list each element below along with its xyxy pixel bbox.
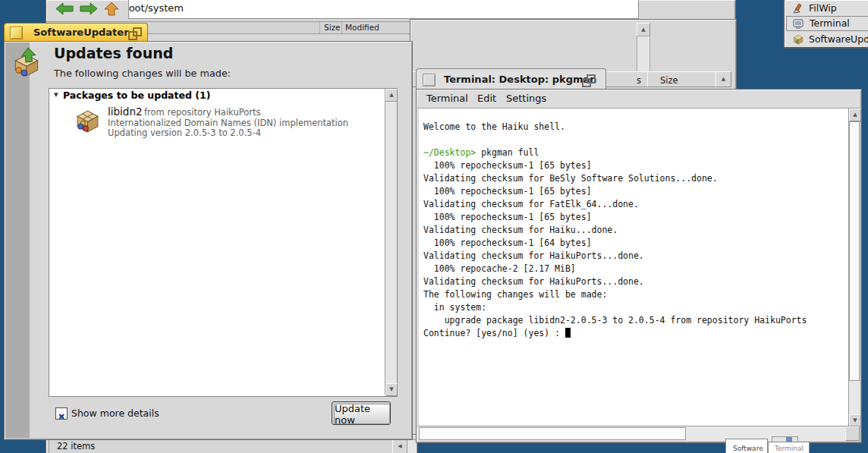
softwareupdater-tab[interactable]: SoftwareUpdater bbox=[4, 23, 148, 42]
mini-window-label: Software bbox=[733, 445, 763, 452]
scroll-left-button[interactable]: ◀ bbox=[392, 439, 407, 453]
column-size[interactable]: Size bbox=[647, 71, 716, 87]
shell-prompt: ~/Desktop> bbox=[423, 147, 476, 158]
softwareupdater-window: Updates found The following changes will… bbox=[4, 41, 413, 440]
package-description: Internationalized Domain Names (IDN) imp… bbox=[108, 118, 348, 128]
shell-command: pkgman full bbox=[476, 147, 539, 158]
terminal-line: The following changes will be made: bbox=[423, 288, 848, 301]
list-scrollbar[interactable]: ▲ ▼ bbox=[385, 89, 397, 395]
terminal-prompt-line: ~/Desktop> pkgman full bbox=[423, 146, 848, 159]
close-button[interactable] bbox=[10, 27, 23, 39]
package-update-note: Updating version 2.0.5-3 to 2.0.5-4 bbox=[108, 127, 261, 138]
terminal-cursor bbox=[565, 328, 571, 338]
deskbar-item-label: FilWip bbox=[809, 2, 837, 14]
software-update-icon bbox=[9, 45, 44, 83]
scroll-up-button[interactable]: ▲ bbox=[385, 89, 398, 102]
terminal-line: Validating checksum for FatElk_64...done… bbox=[423, 198, 848, 211]
terminal-line: 100% repochecksum-1 [65 bytes] bbox=[423, 159, 848, 172]
menu-terminal[interactable]: Terminal bbox=[426, 93, 468, 104]
terminal-line bbox=[423, 134, 848, 146]
terminal-line: Validating checksum for Haiku...done. bbox=[423, 224, 848, 237]
menu-settings[interactable]: Settings bbox=[506, 93, 546, 104]
scroll-up-button[interactable]: ▲ bbox=[637, 23, 650, 36]
terminal-line: in system: bbox=[423, 301, 848, 314]
column-divider bbox=[341, 22, 342, 33]
alert-side-strip bbox=[5, 42, 30, 438]
column-label: Size bbox=[648, 75, 678, 86]
scrollbar-thumb[interactable] bbox=[849, 121, 860, 381]
checkbox-x-icon: ✖ bbox=[58, 412, 64, 422]
terminal-v-scrollbar[interactable]: ▲ ▼ bbox=[848, 109, 860, 426]
show-details-label[interactable]: Show more details bbox=[71, 407, 159, 419]
scroll-up-button[interactable]: ▲ bbox=[715, 71, 731, 87]
resize-corner[interactable] bbox=[845, 426, 860, 441]
updates-found-heading: Updates found bbox=[54, 45, 173, 61]
location-path: /boot/system bbox=[128, 0, 638, 14]
back-arrow-icon bbox=[54, 2, 75, 17]
triangle-down-icon: ▼ bbox=[853, 418, 857, 423]
column-divider bbox=[319, 22, 320, 33]
section-header[interactable]: Packages to be updated (1) bbox=[63, 90, 210, 101]
terminal-tab[interactable]: Terminal: Desktop: pkgman bbox=[416, 68, 606, 90]
terminal-line: 100% repochecksum-1 [65 bytes] bbox=[423, 211, 848, 224]
deskbar-item-label: SoftwareUpdater bbox=[809, 33, 868, 45]
softwareupdater-tab-title: SoftwareUpdater bbox=[33, 27, 129, 38]
filwip-icon bbox=[792, 2, 804, 17]
deskbar-item-label: Terminal bbox=[810, 17, 850, 29]
terminal-line: 100% repochecksum-1 [65 bytes] bbox=[423, 185, 848, 198]
terminal-continue-line: Continue? [yes/no] (yes) : bbox=[423, 327, 848, 340]
update-now-label: Update now bbox=[335, 403, 389, 426]
collapse-arrow-icon[interactable]: ▾ bbox=[54, 90, 58, 99]
location-field[interactable]: /boot/system bbox=[128, 0, 639, 19]
package-origin: from repository HaikuPorts bbox=[144, 107, 261, 118]
package-name: libidn2 bbox=[108, 105, 143, 118]
terminal-line: Validating checksum for BeSly Software S… bbox=[423, 172, 848, 185]
updates-subheading: The following changes will be made: bbox=[54, 68, 231, 79]
terminal-menubar: Terminal Edit Settings bbox=[417, 90, 860, 109]
column-modified[interactable]: Modified bbox=[345, 23, 379, 32]
package-icon bbox=[74, 107, 102, 138]
terminal-lines: 100% repochecksum-1 [65 bytes]Validating… bbox=[423, 159, 848, 327]
nav-up-button[interactable] bbox=[102, 1, 121, 20]
triangle-down-icon: ▼ bbox=[389, 387, 393, 392]
scrollbar-thumb[interactable] bbox=[419, 427, 686, 440]
deskbar-item-terminal[interactable]: Terminal bbox=[786, 16, 868, 31]
terminal-line: Validating checksum for HaikuPorts...don… bbox=[423, 275, 848, 288]
mini-window-left[interactable]: Software bbox=[725, 439, 768, 453]
scrollbar-track[interactable] bbox=[637, 36, 650, 72]
forward-arrow-icon bbox=[78, 2, 99, 17]
package-list-item[interactable]: libidn2 from repository HaikuPorts Inter… bbox=[49, 104, 383, 139]
terminal-window: Terminal Edit Settings Welcome to the Ha… bbox=[416, 89, 862, 443]
column-size[interactable]: Size bbox=[324, 23, 341, 32]
up-arrow-icon bbox=[102, 1, 121, 17]
triangle-up-icon: ▲ bbox=[641, 27, 645, 33]
menu-edit[interactable]: Edit bbox=[477, 93, 496, 104]
triangle-up-icon: ▲ bbox=[722, 77, 725, 82]
zoom-button[interactable] bbox=[582, 74, 595, 86]
show-details-checkbox[interactable]: ✖ bbox=[55, 407, 68, 420]
nav-back-button[interactable] bbox=[54, 2, 75, 20]
items-count-panel: 22 items bbox=[49, 439, 393, 453]
package-list-panel: ▾ Packages to be updated (1) libidn2 fro… bbox=[49, 88, 398, 397]
update-now-button[interactable]: Update now bbox=[332, 401, 391, 425]
package-icon bbox=[792, 33, 804, 47]
mini-window-label: Terminal bbox=[775, 445, 804, 452]
terminal-line: 100% repochecksum-1 [64 bytes] bbox=[423, 237, 848, 250]
terminal-icon bbox=[792, 17, 804, 33]
column-label: s bbox=[637, 75, 647, 86]
scroll-down-button[interactable]: ▼ bbox=[385, 383, 398, 396]
scroll-up-button[interactable]: ▲ bbox=[849, 109, 861, 121]
deskbar: FilWip Terminal SoftwareUpdater bbox=[783, 0, 868, 49]
deskbar-item-filwip[interactable]: FilWip bbox=[786, 1, 868, 16]
zoom-button[interactable] bbox=[128, 27, 141, 39]
mini-window-right[interactable]: Terminal bbox=[768, 442, 810, 453]
terminal-tab-title: Terminal: Desktop: pkgman bbox=[444, 74, 597, 85]
items-count: 22 items bbox=[57, 441, 95, 451]
nav-forward-button[interactable] bbox=[78, 2, 99, 20]
terminal-line: 100% repocache-2 [2.17 MiB] bbox=[423, 263, 848, 275]
deskbar-item-softwareupdater[interactable]: SoftwareUpdater bbox=[786, 32, 868, 47]
terminal-output: Welcome to the Haiku shell. ~/Desktop> p… bbox=[419, 109, 848, 426]
close-button[interactable] bbox=[423, 74, 436, 87]
terminal-line: Welcome to the Haiku shell. bbox=[423, 121, 848, 134]
triangle-up-icon: ▲ bbox=[853, 112, 857, 118]
